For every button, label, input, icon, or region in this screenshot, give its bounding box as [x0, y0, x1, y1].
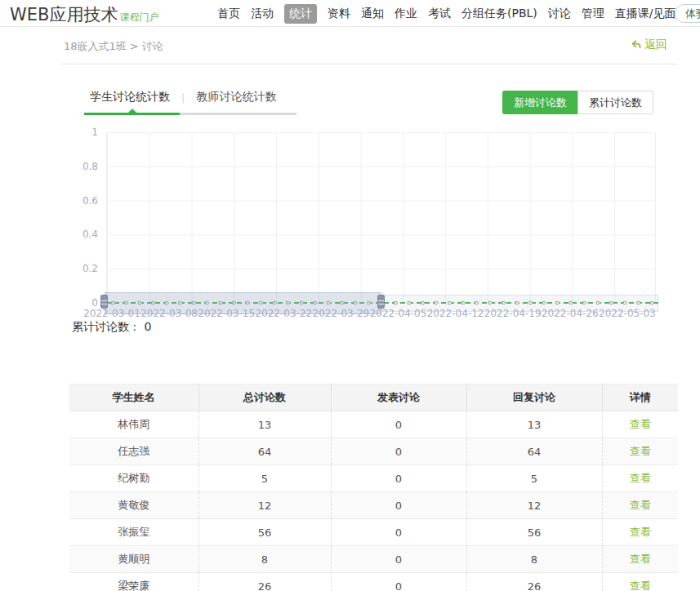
tab-2[interactable]: 教师讨论统计数 — [196, 90, 276, 104]
cell-name: 任志强 — [69, 438, 198, 465]
cell-posted: 0 — [331, 519, 466, 546]
cell-posted: 0 — [331, 438, 466, 465]
nav-item-1[interactable]: 首页 — [217, 7, 240, 21]
cell-total: 26 — [198, 573, 331, 591]
view-details-link[interactable]: 查看 — [630, 526, 651, 538]
datazoom-right-handle[interactable] — [377, 295, 385, 309]
summary-value: 0 — [144, 320, 151, 333]
breadcrumb-separator: > — [130, 40, 139, 52]
trial-button[interactable]: 体验 — [675, 4, 700, 23]
cell-posted: 0 — [331, 411, 466, 438]
breadcrumb-bar: 18嵌入式1班>讨论 返回 — [61, 27, 678, 64]
cell-total: 8 — [198, 546, 331, 573]
chart-plot-area — [106, 132, 656, 303]
cell-posted: 0 — [331, 573, 466, 591]
cell-detail: 查看 — [602, 492, 678, 519]
view-details-link[interactable]: 查看 — [630, 553, 651, 565]
nav-item-9[interactable]: 讨论 — [548, 7, 571, 21]
table-row: 纪树勤505查看 — [69, 465, 678, 492]
cell-detail: 查看 — [602, 438, 678, 465]
tab-separator: | — [181, 91, 185, 104]
cell-name: 黄敬俊 — [69, 492, 198, 519]
x-axis-tick: 2022-03-29 — [313, 308, 370, 319]
breadcrumb-current: 讨论 — [142, 40, 163, 52]
discussion-line-chart: 10.80.60.40.202022-03-012022-03-082022-0… — [0, 127, 700, 322]
mode-button-group: 新增讨论数累计讨论数 — [502, 91, 653, 114]
cell-detail: 查看 — [602, 465, 678, 492]
y-axis-tick: 1 — [64, 126, 98, 139]
cell-posted: 0 — [331, 546, 466, 573]
tabs-wrap: 学生讨论统计数|教师讨论统计数 — [72, 88, 296, 116]
x-axis-tick: 2022-04-05 — [370, 308, 427, 319]
view-details-link[interactable]: 查看 — [630, 580, 651, 591]
y-axis-tick: 0.4 — [64, 228, 98, 241]
view-details-link[interactable]: 查看 — [630, 499, 651, 511]
view-details-link[interactable]: 查看 — [630, 445, 651, 457]
table-row: 任志强64064查看 — [69, 438, 678, 465]
x-axis-tick: 2022-03-22 — [255, 308, 312, 319]
cell-total: 12 — [198, 492, 331, 519]
nav-item-8[interactable]: 分组任务(PBL) — [461, 7, 537, 21]
cell-detail: 查看 — [602, 573, 678, 591]
app-subtitle: 课程门户 — [119, 11, 158, 23]
cell-posted: 0 — [331, 492, 466, 519]
x-axis-tick: 2022-03-15 — [198, 308, 255, 319]
cell-detail: 查看 — [602, 411, 678, 438]
nav-item-3[interactable]: 统计 — [284, 4, 317, 24]
table-row: 张振玺56056查看 — [69, 519, 678, 546]
table-header-cell: 学生姓名 — [69, 384, 198, 411]
cell-replies: 12 — [466, 492, 602, 519]
cell-replies: 5 — [466, 465, 602, 492]
table-row: 黄敬俊12012查看 — [69, 492, 678, 519]
cell-total: 64 — [198, 438, 331, 465]
table-header-cell: 总讨论数 — [198, 384, 331, 411]
cell-detail: 查看 — [602, 546, 678, 573]
table-body: 林伟周13013查看任志强64064查看纪树勤505查看黄敬俊12012查看张振… — [69, 411, 678, 591]
table-header-cell: 详情 — [602, 384, 678, 411]
cell-replies: 13 — [466, 411, 602, 438]
table-header-cell: 发表讨论 — [331, 384, 466, 411]
summary-label: 累计讨论数： — [72, 320, 140, 333]
mode-button-2[interactable]: 累计讨论数 — [577, 91, 653, 114]
x-axis-tick: 2022-03-08 — [140, 308, 198, 319]
cell-replies: 64 — [466, 438, 602, 465]
nav-item-5[interactable]: 通知 — [361, 7, 384, 21]
y-axis-tick: 0.6 — [64, 194, 98, 207]
x-axis-tick: 2022-04-12 — [427, 308, 484, 319]
tabs: 学生讨论统计数|教师讨论统计数 — [90, 90, 276, 104]
breadcrumb: 18嵌入式1班>讨论 — [64, 39, 167, 54]
cell-replies: 56 — [466, 519, 602, 546]
cell-replies: 26 — [466, 573, 602, 591]
summary-line: 累计讨论数： 0 — [72, 320, 151, 335]
cell-name: 张振玺 — [69, 519, 198, 546]
table-row: 黄顺明808查看 — [69, 546, 678, 573]
nav-item-6[interactable]: 作业 — [395, 7, 417, 21]
cell-total: 5 — [198, 465, 331, 492]
back-link[interactable]: 返回 — [631, 38, 667, 52]
nav-item-4[interactable]: 资料 — [328, 7, 350, 21]
table-header-cell: 回复讨论 — [466, 384, 602, 411]
nav-item-2[interactable]: 活动 — [251, 7, 274, 21]
active-tab-notch — [127, 109, 137, 113]
table-row: 林伟周13013查看 — [69, 411, 678, 438]
tab-1[interactable]: 学生讨论统计数 — [90, 90, 170, 104]
datazoom-left-handle[interactable] — [100, 295, 108, 309]
top-navbar: WEB应用技术课程门户 首页活动统计资料通知作业考试分组任务(PBL)讨论管理直… — [0, 0, 700, 27]
y-axis-tick: 0.8 — [64, 160, 98, 173]
inactive-tab-underline — [180, 113, 296, 115]
x-axis-tick: 2022-05-03 — [599, 308, 656, 319]
cell-name: 黄顺明 — [69, 546, 198, 573]
cell-total: 56 — [198, 519, 331, 546]
breadcrumb-class[interactable]: 18嵌入式1班 — [64, 40, 127, 52]
mode-button-1[interactable]: 新增讨论数 — [502, 91, 577, 114]
table-row: 梁荣廉26026查看 — [69, 573, 678, 591]
app-title: WEB应用技术 — [10, 5, 118, 24]
nav-item-10[interactable]: 管理 — [582, 7, 604, 21]
view-details-link[interactable]: 查看 — [630, 418, 651, 430]
x-axis-tick: 2022-04-26 — [542, 308, 599, 319]
back-label: 返回 — [644, 38, 667, 52]
cell-total: 13 — [198, 411, 331, 438]
view-details-link[interactable]: 查看 — [630, 472, 651, 484]
nav-item-7[interactable]: 考试 — [428, 7, 451, 21]
brand: WEB应用技术课程门户 — [10, 3, 158, 26]
